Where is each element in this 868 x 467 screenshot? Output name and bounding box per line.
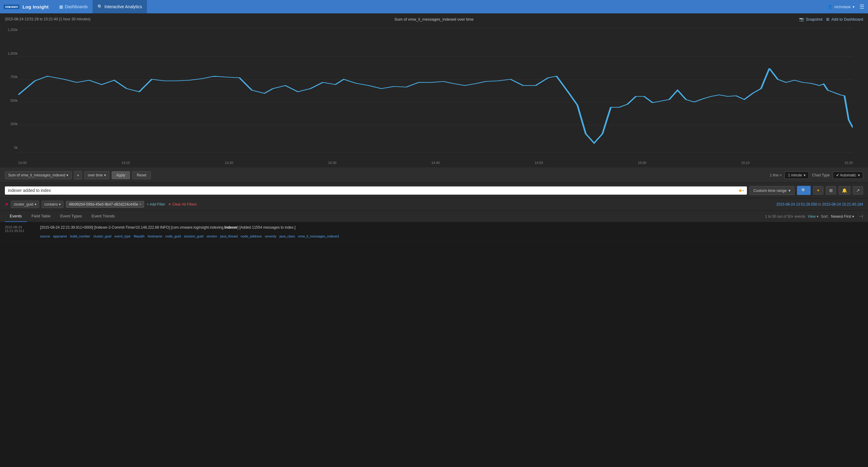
y-label-3: 500k	[0, 99, 18, 102]
event-field-event_type[interactable]: event_type	[115, 234, 131, 238]
chart-container: 2015-08-24 13:51:28 to 15:21:40 (1 hour …	[0, 13, 868, 168]
dashboard-icon: ⊞	[826, 17, 830, 22]
event-field-node_guid[interactable]: node_guid	[165, 234, 181, 238]
event-field-severity[interactable]: severity	[265, 234, 277, 238]
event-time: 2015-08-24 15:21:39.911	[5, 225, 35, 233]
nav-logo: vm▸ware Log Insight	[4, 4, 49, 9]
filter-operator-label: contains	[44, 202, 58, 206]
add-to-dashboard-button[interactable]: ⊞ Add to Dashboard	[826, 17, 863, 22]
x-label-6: 15:00	[638, 161, 646, 165]
interactive-analytics-icon: 🔍	[97, 4, 102, 9]
collapse-panel-button[interactable]: ⊣	[859, 213, 863, 219]
filter-time-range: 2015-08-24 13:51:28.050 to 2015-08-24 15…	[776, 202, 863, 206]
events-tabs: Events Field Table Event Types Event Tre…	[0, 211, 868, 222]
tab-events[interactable]: Events	[5, 211, 27, 222]
dashboards-label: Dashboards	[65, 4, 88, 9]
product-name: Log Insight	[23, 4, 49, 9]
vmware-badge: vm▸ware	[4, 5, 20, 9]
y-label-2: 750k	[0, 75, 18, 79]
chart-title: Sum of vmw_li_messages_indexed over time	[395, 17, 474, 22]
chart-time-range: 2015-08-24 13:51:28 to 15:21:40 (1 hour …	[5, 17, 90, 21]
x-label-3: 14:30	[328, 161, 337, 165]
tab-event-trends[interactable]: Event Trends	[87, 211, 120, 222]
dashboards-icon: ▦	[59, 4, 63, 9]
filter-value-close-icon[interactable]: ×	[139, 202, 142, 206]
over-time-selector[interactable]: over time ▾	[84, 171, 109, 179]
filter-value-tag: 48b992b9-595d-45e0-9b47-d82d224c445e ×	[66, 201, 144, 208]
chart-y-labels: 1,250k 1,000k 750k 500k 250k 0k	[0, 25, 18, 152]
event-field-appname[interactable]: appname	[53, 234, 67, 238]
tab-event-types[interactable]: Event Types	[55, 211, 87, 222]
add-aggregate-button[interactable]: +	[74, 171, 82, 179]
filter-actions: + Add Filter ✕ Clear All Filters	[147, 202, 197, 206]
tab-field-table[interactable]: Field Table	[27, 211, 56, 222]
toolbar: Sum of vmw_li_messages_indexed ▾ + over …	[0, 168, 868, 183]
event-field-cluster_guid[interactable]: cluster_guid	[93, 234, 112, 238]
nav-menu-icon[interactable]: ☰	[860, 3, 864, 10]
aggregate-selector[interactable]: Sum of vmw_li_messages_indexed ▾	[5, 171, 72, 179]
star-button[interactable]: ★	[738, 188, 742, 194]
y-label-5: 0k	[0, 146, 18, 149]
events-tabs-right: 1 to 50 out of 50+ events View ▾ Sort: N…	[765, 213, 863, 219]
x-label-4: 14:40	[431, 161, 440, 165]
event-text: [2015-08-24 22:21:39.911+0000] [Indexer-…	[40, 225, 863, 233]
filter-field-selector[interactable]: cluster_guid ▾	[11, 201, 39, 208]
sort-label: Sort:	[821, 214, 829, 218]
chart-type-selector[interactable]: ✔ Automatic ▾	[833, 172, 863, 179]
filter-field-chevron-icon: ▾	[35, 202, 36, 206]
filter-operator-selector[interactable]: contains ▾	[41, 201, 64, 208]
nav-user[interactable]: 👤 nicholask ▾	[828, 5, 855, 9]
filter-time-from: 2015-08-24 13:51:28.050	[776, 202, 817, 206]
event-field-filepath[interactable]: filepath	[134, 234, 145, 238]
event-timestamp: 15:21:39.911	[5, 229, 35, 233]
event-text-before: [2015-08-24 22:21:39.911+0000] [Indexer-…	[40, 225, 225, 230]
event-field-vmw_li_messages_indexed[interactable]: vmw_li_messages_indexed	[298, 234, 339, 238]
filter-time-to: 2015-08-24 15:21:40.184	[822, 202, 863, 206]
chart-area: 1,250k 1,000k 750k 500k 250k 0k 14:00 14…	[0, 25, 868, 168]
add-panel-button[interactable]: ⊞	[826, 186, 836, 195]
event-field-session_guid[interactable]: session_guid	[184, 234, 203, 238]
x-label-5: 14:50	[534, 161, 543, 165]
event-field-build_number[interactable]: build_number	[70, 234, 90, 238]
search-button[interactable]: 🔍	[797, 186, 811, 195]
user-dropdown-icon: ▾	[852, 5, 855, 9]
event-field-java_class[interactable]: java_class	[280, 234, 295, 238]
event-field-source[interactable]: source	[40, 234, 50, 238]
save-query-button[interactable]: ✦	[813, 186, 824, 195]
minute-selector[interactable]: 1 minute ▾	[784, 172, 809, 179]
star-chevron-icon: ▾	[742, 189, 744, 192]
alert-button[interactable]: 🔔	[839, 186, 850, 195]
clear-filters-button[interactable]: ✕ Clear All Filters	[168, 202, 197, 206]
aggregate-chevron-icon: ▾	[66, 173, 68, 177]
chart-type-label: Chart Type	[812, 173, 830, 177]
share-button[interactable]: ↗	[853, 186, 863, 195]
view-button[interactable]: View ▾	[808, 214, 818, 218]
y-label-0: 1,250k	[0, 28, 18, 32]
search-input[interactable]	[8, 188, 738, 193]
time-range-label: Custom time range	[753, 188, 787, 193]
x-label-1: 14:10	[121, 161, 130, 165]
x-label-0: 14:00	[18, 161, 27, 165]
filter-value-text: 48b992b9-595d-45e0-9b47-d82d224c445e	[69, 202, 138, 206]
time-range-chevron-icon: ▾	[788, 188, 790, 193]
snapshot-button[interactable]: 📷 Snapshot	[799, 17, 823, 22]
add-filter-button[interactable]: + Add Filter	[147, 202, 165, 206]
filter-close-button[interactable]: ✕	[5, 202, 8, 207]
search-icon: 🔍	[801, 188, 806, 193]
chart-type-chevron-icon: ▾	[858, 173, 860, 177]
event-text-after: ] [Added 11554 messages to index.]	[237, 225, 295, 230]
apply-button[interactable]: Apply	[112, 171, 130, 179]
sort-button[interactable]: Newest First ▾	[831, 214, 854, 218]
chart-header: 2015-08-24 13:51:28 to 15:21:40 (1 hour …	[0, 13, 868, 25]
reset-button[interactable]: Reset	[132, 171, 151, 179]
chart-x-labels: 14:00 14:10 14:20 14:30 14:40 14:50 15:0…	[18, 161, 853, 165]
event-field-version[interactable]: version	[206, 234, 217, 238]
event-field-hostname[interactable]: hostname	[148, 234, 162, 238]
event-field-java_thread[interactable]: java_thread	[220, 234, 238, 238]
event-field-node_address[interactable]: node_address	[241, 234, 262, 238]
toolbar-right: 1 line = 1 minute ▾ Chart Type ✔ Automat…	[770, 172, 863, 179]
nav-tab-dashboards[interactable]: ▦ Dashboards	[54, 0, 93, 13]
nav-tab-interactive-analytics[interactable]: 🔍 Interactive Analytics	[93, 0, 147, 13]
event-row-header: 2015-08-24 15:21:39.911 [2015-08-24 22:2…	[5, 225, 863, 233]
time-range-selector[interactable]: Custom time range ▾	[749, 186, 795, 195]
